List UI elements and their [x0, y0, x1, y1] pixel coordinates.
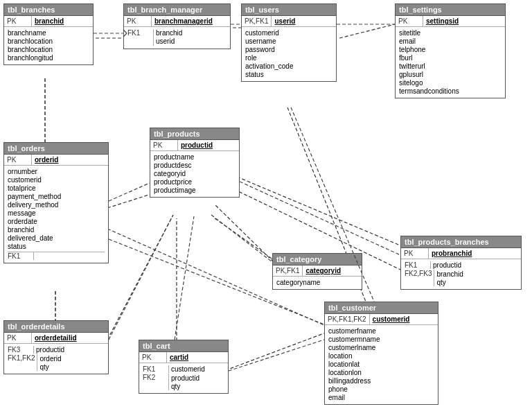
field-username: username: [245, 37, 276, 45]
field-fburl: fburl: [399, 54, 412, 62]
tbl-orders-pk-label: PK: [4, 155, 32, 165]
tbl-category-fields: categoryname: [273, 277, 362, 289]
tbl-category-pk-row: PK,FK1 categoryid: [273, 265, 362, 277]
tbl-users-fields: customerid username password role activa…: [242, 27, 336, 81]
tbl-settings-header: tbl_settings: [396, 4, 505, 16]
field-branchid: branchid: [156, 29, 182, 37]
tbl-category-header: tbl_category: [273, 254, 362, 265]
tbl-settings-fields: sitetitle email telphone fburl twitterur…: [396, 27, 505, 98]
tbl-orders-pk-row: PK orderid: [4, 155, 108, 166]
tbl-branch-manager-fk1-label: FK1: [127, 29, 154, 46]
tbl-users-pk-field: userid: [272, 16, 336, 26]
svg-line-6: [215, 218, 274, 260]
field-customermname: customermname: [328, 336, 380, 343]
tbl-cart-pk-row: PK cartid: [139, 352, 228, 363]
field-productprice: productprice: [154, 178, 192, 186]
svg-line-2: [339, 24, 395, 38]
tbl-branch-manager-pk-row: PK branchmanagerid: [124, 16, 230, 27]
tbl-cart-pk-field: cartid: [167, 352, 228, 363]
field-customerid-o: customerid: [8, 176, 42, 184]
field-email-s: email: [399, 37, 416, 45]
tbl-users-pk-label: PK,FK1: [242, 16, 272, 26]
table-tbl-branches: tbl_branches PK branchid branchname bran…: [3, 3, 94, 65]
tbl-od-fk12-label: FK1,FK2: [8, 354, 37, 371]
field-branchlocation1: branchlocation: [8, 37, 53, 45]
tbl-settings-pk-row: PK settingsid: [396, 16, 505, 27]
svg-line-9: [215, 333, 326, 374]
field-qty-pb: qty: [436, 279, 445, 286]
tbl-users-pk-row: PK,FK1 userid: [242, 16, 336, 27]
tbl-customer-pk-row: PK,FK1,FK2 customerid: [325, 314, 438, 325]
tbl-branch-manager-pk-field: branchmanagerid: [152, 16, 230, 26]
tbl-products-pk-row: PK productid: [150, 140, 239, 151]
field-productid-od: productid: [36, 346, 64, 354]
field-userid: userid: [156, 37, 175, 45]
field-message: message: [8, 209, 36, 217]
tbl-orders-pk-field: orderid: [32, 155, 108, 165]
tbl-customer-fields: customerfname customermname customerlnam…: [325, 325, 438, 404]
field-activation-code: activation_code: [245, 62, 294, 70]
tbl-products-pk-label: PK: [150, 140, 178, 150]
field-payment-method: payment_method: [8, 193, 61, 200]
tbl-products-branches-pk-row: PK probranchid: [401, 248, 521, 259]
field-phone: phone: [328, 385, 348, 393]
tbl-customer-header: tbl_customer: [325, 302, 438, 314]
tbl-branches-fields: branchname branchlocation branchlocation…: [4, 27, 93, 64]
field-categoryname: categoryname: [276, 279, 320, 286]
field-billingaddress: billingaddress: [328, 377, 371, 385]
tbl-branches-header: tbl_branches: [4, 4, 93, 16]
tbl-settings-pk-field: settingsid: [423, 16, 505, 26]
diagram-container: tbl_branches PK branchid branchname bran…: [0, 0, 532, 418]
tbl-products-branches-header: tbl_products_branches: [401, 236, 521, 248]
field-status-o: status: [8, 243, 26, 250]
field-sitelogo: sitelogo: [399, 79, 423, 87]
tbl-orders-fields: ornumber customerid totalprice payment_m…: [4, 166, 108, 263]
field-branchname: branchname: [8, 29, 46, 37]
field-productid-c: productid: [171, 374, 200, 382]
field-customerid-c: customerid: [171, 365, 205, 373]
tbl-branches-pk-field: branchid: [32, 16, 93, 26]
tbl-cart-fk2-label: FK2: [143, 374, 169, 390]
table-tbl-settings: tbl_settings PK settingsid sitetitle ema…: [395, 3, 506, 98]
tbl-branches-pk-row: PK branchid: [4, 16, 93, 27]
svg-line-4: [107, 194, 151, 208]
tbl-orders-fk1-label: FK1: [8, 252, 34, 260]
field-productimage: productimage: [154, 186, 196, 194]
svg-line-26: [229, 340, 324, 371]
table-tbl-products-branches: tbl_products_branches PK probranchid FK1…: [400, 236, 522, 290]
field-twitterurl: twitterurl: [399, 62, 425, 70]
tbl-cart-header: tbl_cart: [139, 340, 228, 352]
field-totalprice: totalprice: [8, 184, 36, 192]
table-tbl-category: tbl_category PK,FK1 categoryid categoryn…: [272, 253, 362, 290]
tbl-customer-pk-label: PK,FK1,FK2: [325, 314, 370, 324]
tbl-pb-fk23-label: FK2,FK3: [405, 270, 434, 286]
tbl-od-fk3-label: FK3: [8, 346, 34, 354]
field-role: role: [245, 54, 257, 62]
tbl-pb-fk1-label: FK1: [405, 261, 431, 269]
tbl-cart-fk1-label: FK1: [143, 365, 169, 373]
svg-line-14: [215, 204, 274, 262]
tbl-customer-pk-field: customerid: [370, 314, 438, 324]
tbl-products-branches-fields: FK1 productid FK2,FK3 branchid qty: [401, 259, 521, 289]
svg-line-23: [211, 215, 272, 262]
field-delivery-method: delivery_method: [8, 201, 58, 209]
field-delivered-date: delivered_date: [8, 234, 53, 242]
table-tbl-customer: tbl_customer PK,FK1,FK2 customerid custo…: [324, 302, 438, 405]
tbl-products-fields: productname productdesc categoryid produ…: [150, 151, 239, 197]
tbl-branches-pk-label: PK: [4, 16, 32, 26]
field-productdesc: productdesc: [154, 162, 191, 169]
tbl-users-header: tbl_users: [242, 4, 336, 16]
field-customerlname: customerlname: [328, 344, 375, 351]
field-qty-c: qty: [171, 383, 180, 390]
field-sitetitle: sitetitle: [399, 29, 420, 37]
svg-line-21: [109, 183, 150, 201]
tbl-branch-manager-fields: FK1 branchid userid: [124, 27, 230, 49]
field-branchid-pb: branchid: [436, 270, 463, 278]
table-tbl-cart: tbl_cart PK cartid FK1 customerid FK2 pr…: [139, 340, 229, 394]
tbl-category-pk-label: PK,FK1: [273, 265, 303, 276]
field-locationlon: locationlon: [328, 369, 362, 376]
tbl-settings-pk-label: PK: [396, 16, 423, 26]
table-tbl-products: tbl_products PK productid productname pr…: [150, 128, 240, 198]
svg-line-22: [240, 182, 400, 255]
field-location: location: [328, 352, 352, 360]
